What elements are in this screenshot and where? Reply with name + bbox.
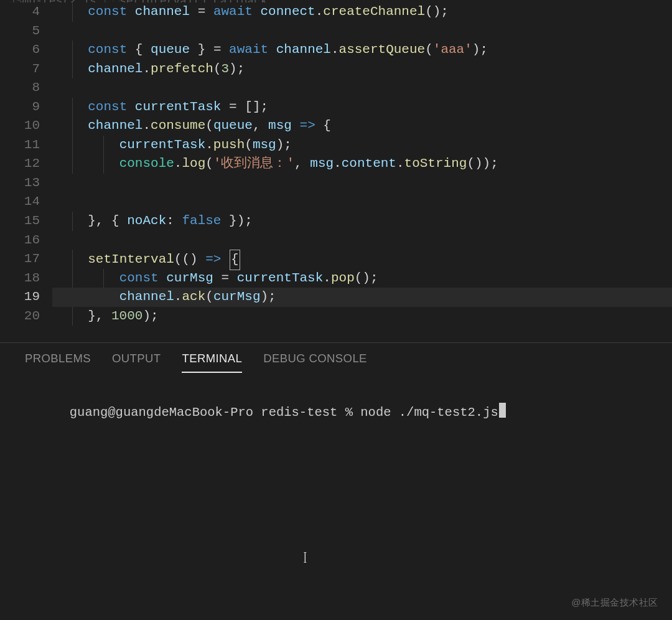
code-line[interactable] bbox=[52, 231, 672, 250]
panel-tabs: PROBLEMSOUTPUTTERMINALDEBUG CONSOLE bbox=[0, 343, 672, 373]
code-line[interactable] bbox=[52, 174, 672, 193]
line-number: 12 bbox=[0, 154, 52, 174]
terminal-prompt: guang@guangdeMacBook-Pro redis-test % bbox=[70, 405, 360, 420]
line-number: 19 bbox=[0, 288, 52, 307]
panel-tab-terminal[interactable]: TERMINAL bbox=[182, 352, 242, 373]
panel-tab-output[interactable]: OUTPUT bbox=[112, 352, 161, 373]
bottom-panel: PROBLEMSOUTPUTTERMINALDEBUG CONSOLE guan… bbox=[0, 342, 672, 620]
bracket-highlight: { bbox=[230, 250, 240, 270]
code-line[interactable]: channel.consume(queue, msg => { bbox=[52, 116, 672, 136]
code-line[interactable]: console.log('收到消息：', msg.content.toStrin… bbox=[52, 154, 672, 174]
code-line[interactable]: channel.ack(curMsg); bbox=[52, 288, 672, 307]
terminal[interactable]: guang@guangdeMacBook-Pro redis-test % no… bbox=[0, 373, 672, 452]
code-line[interactable] bbox=[52, 78, 672, 98]
panel-tab-problems[interactable]: PROBLEMS bbox=[25, 352, 91, 373]
code-line[interactable] bbox=[52, 192, 672, 212]
terminal-cursor bbox=[499, 403, 506, 418]
line-number: 10 bbox=[0, 116, 52, 136]
line-number: 9 bbox=[0, 98, 52, 117]
code-area[interactable]: const channel = await connect.createChan… bbox=[52, 2, 672, 326]
line-number: 4 bbox=[0, 2, 52, 22]
terminal-line: guang@guangdeMacBook-Pro redis-test % no… bbox=[24, 384, 648, 441]
line-number: 5 bbox=[0, 22, 52, 41]
code-line[interactable]: const curMsg = currentTask.pop(); bbox=[52, 269, 672, 288]
line-number: 18 bbox=[0, 269, 52, 288]
line-number: 15 bbox=[0, 212, 52, 231]
code-line[interactable]: currentTask.push(msg); bbox=[52, 136, 672, 155]
line-number: 17 bbox=[0, 250, 52, 269]
code-line[interactable] bbox=[52, 22, 672, 41]
terminal-command: node ./mq-test2.js bbox=[360, 405, 498, 420]
line-number: 11 bbox=[0, 136, 52, 155]
code-line[interactable]: const { queue } = await channel.assertQu… bbox=[52, 40, 672, 60]
code-line[interactable]: const currentTask = []; bbox=[52, 98, 672, 117]
line-number: 8 bbox=[0, 78, 52, 98]
code-line[interactable]: const channel = await connect.createChan… bbox=[52, 2, 672, 22]
line-number: 14 bbox=[0, 192, 52, 212]
code-line[interactable]: channel.prefetch(3); bbox=[52, 60, 672, 79]
code-line[interactable]: setInterval(() => { bbox=[52, 250, 672, 269]
code-editor[interactable]: 4567891011121314151617181920 const chann… bbox=[0, 2, 672, 342]
watermark: @稀土掘金技术社区 bbox=[571, 597, 658, 609]
text-cursor-icon: I bbox=[304, 548, 307, 567]
line-number: 6 bbox=[0, 40, 52, 60]
line-number: 16 bbox=[0, 231, 52, 250]
panel-tab-debug-console[interactable]: DEBUG CONSOLE bbox=[263, 352, 367, 373]
line-number: 20 bbox=[0, 307, 52, 326]
line-number: 7 bbox=[0, 60, 52, 79]
code-line[interactable]: }, 1000); bbox=[52, 307, 672, 326]
line-number-gutter: 4567891011121314151617181920 bbox=[0, 2, 52, 326]
code-line[interactable]: }, { noAck: false }); bbox=[52, 212, 672, 231]
line-number: 13 bbox=[0, 174, 52, 193]
